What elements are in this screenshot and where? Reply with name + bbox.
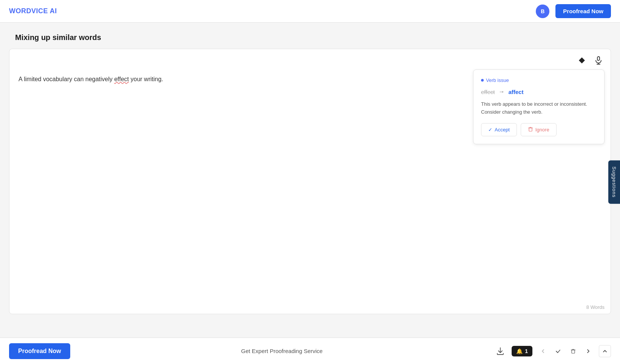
suggestion-card: Verb issue effect → affect This verb app… xyxy=(473,69,605,144)
svg-rect-4 xyxy=(571,350,575,350)
suggestion-actions: ✓ Accept Ignore xyxy=(481,123,597,136)
proofread-now-header-button[interactable]: Proofread Now xyxy=(555,4,611,18)
original-word: effect xyxy=(481,89,495,95)
microphone-icon[interactable] xyxy=(592,54,605,66)
editor-toolbar xyxy=(9,49,611,66)
nav-check-button[interactable] xyxy=(552,345,564,357)
notification-count: 1 xyxy=(525,348,528,354)
diamond-icon[interactable] xyxy=(576,54,588,66)
footer-center: Get Expert Proofreading Service xyxy=(241,348,323,354)
bell-icon: 🔔 xyxy=(516,348,523,354)
expert-service-text: Get Expert Proofreading Service xyxy=(241,348,323,354)
issue-dot xyxy=(481,79,484,82)
svg-rect-0 xyxy=(597,57,600,60)
correction-arrow: → xyxy=(498,88,504,95)
svg-rect-3 xyxy=(528,128,533,128)
suggestions-side-tab[interactable]: Suggestions xyxy=(608,160,620,204)
corrected-word: affect xyxy=(508,89,523,95)
issue-type-text: Verb issue xyxy=(486,77,509,83)
page-title-section: Mixing up similar words xyxy=(0,23,620,49)
nav-icons xyxy=(537,345,594,357)
ignore-label: Ignore xyxy=(535,127,549,133)
editor-area[interactable]: A limited vocabulary can negatively effe… xyxy=(9,66,467,301)
header-right: B Proofread Now xyxy=(536,4,611,18)
download-icon[interactable] xyxy=(494,344,507,358)
page-title: Mixing up similar words xyxy=(15,33,605,42)
header: WORDVICE AI B Proofread Now xyxy=(0,0,620,23)
proofread-now-footer-button[interactable]: Proofread Now xyxy=(9,343,70,359)
suggestion-description: This verb appears to be incorrect or inc… xyxy=(481,100,597,116)
accept-check-icon: ✓ xyxy=(488,127,492,133)
accept-label: Accept xyxy=(495,127,510,133)
ignore-trash-icon xyxy=(528,126,533,133)
word-count: 8 Words xyxy=(9,301,611,314)
nav-delete-button[interactable] xyxy=(567,345,579,357)
avatar[interactable]: B xyxy=(536,5,549,18)
accept-button[interactable]: ✓ Accept xyxy=(481,123,517,136)
editor-wrapper: A limited vocabulary can negatively effe… xyxy=(9,66,611,301)
footer: Proofread Now Get Expert Proofreading Se… xyxy=(0,338,620,364)
nav-next-button[interactable] xyxy=(582,345,594,357)
issue-label: Verb issue xyxy=(481,77,597,83)
footer-right: 🔔 1 xyxy=(494,344,611,358)
logo-text: WORDVICE AI xyxy=(9,7,57,15)
suggestion-panel: Verb issue effect → affect This verb app… xyxy=(467,66,611,301)
notification-badge[interactable]: 🔔 1 xyxy=(512,346,532,356)
highlighted-word: effect xyxy=(114,76,129,82)
scroll-up-button[interactable] xyxy=(599,345,611,357)
ignore-button[interactable]: Ignore xyxy=(521,123,557,136)
editor-text-after: your writing. xyxy=(129,76,163,82)
main-container: A limited vocabulary can negatively effe… xyxy=(9,49,611,314)
editor-text-before: A limited vocabulary can negatively xyxy=(19,76,114,82)
correction-row: effect → affect xyxy=(481,88,597,95)
logo: WORDVICE AI xyxy=(9,7,57,15)
footer-left: Proofread Now xyxy=(9,343,70,359)
nav-prev-button[interactable] xyxy=(537,345,549,357)
